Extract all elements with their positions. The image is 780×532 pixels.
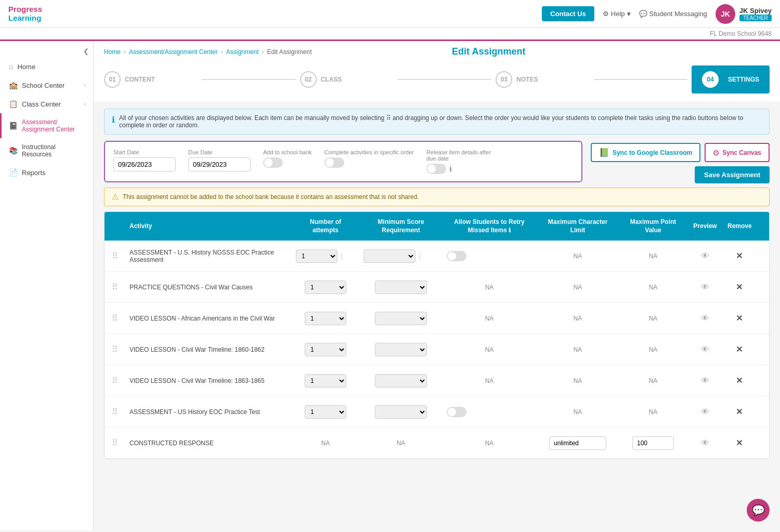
settings-panel: Start Date Due Date Add to school bank C… (104, 141, 582, 182)
drag-handle-4[interactable]: ⠿ (105, 339, 125, 360)
remove-4[interactable]: ✕ (723, 339, 755, 360)
th-point-value: Maximum Point Value (619, 212, 687, 241)
eye-icon-2: 👁 (701, 283, 709, 291)
drag-handle-2[interactable]: ⠿ (105, 277, 125, 297)
min-score-select-1[interactable] (363, 249, 415, 263)
canvas-icon: ⊙ (713, 149, 719, 157)
remove-btn-1[interactable]: ✕ (736, 251, 743, 260)
preview-3[interactable]: 👁 (687, 309, 723, 328)
student-messaging-link[interactable]: 💬 Student Messaging (639, 10, 707, 18)
drag-handle-1[interactable]: ⠿ (105, 246, 125, 266)
layout: ❮ ⌂ Home 🏫 School Center › 📋 Class Cente… (0, 41, 780, 530)
breadcrumb-home[interactable]: Home (104, 48, 121, 56)
min-score-select-4[interactable] (375, 343, 427, 356)
release-info-icon: ℹ (449, 165, 452, 173)
attempts-select-5[interactable]: 1 (305, 374, 346, 388)
remove-7[interactable]: ✕ (723, 433, 755, 453)
sidebar-resources-label: Instructional Resources (22, 143, 86, 158)
release-details-toggle[interactable] (426, 164, 446, 174)
options-icon-1: ⋮ (339, 252, 345, 260)
complete-order-toggle[interactable] (324, 157, 344, 168)
home-icon: ⌂ (9, 62, 13, 71)
remove-btn-3[interactable]: ✕ (736, 314, 743, 323)
contact-us-button[interactable]: Contact Us (542, 6, 594, 21)
attempts-select-4[interactable]: 1 (305, 343, 346, 356)
sidebar-item-class-center[interactable]: 📋 Class Center › (0, 95, 93, 113)
min-score-select-3[interactable] (375, 312, 427, 325)
preview-7[interactable]: 👁 (687, 433, 723, 453)
school-icon: 🏫 (9, 81, 18, 89)
remove-btn-5[interactable]: ✕ (736, 376, 743, 385)
breadcrumb-assignment[interactable]: Assignment (226, 48, 259, 56)
drag-handle-7[interactable]: ⠿ (105, 433, 125, 453)
char-limit-input-7[interactable] (549, 436, 606, 450)
remove-3[interactable]: ✕ (723, 308, 755, 328)
sync-canvas-button[interactable]: ⊙ Sync Canvas (705, 143, 770, 162)
save-assignment-button[interactable]: Save Assignment (695, 166, 770, 183)
remove-btn-4[interactable]: ✕ (736, 345, 743, 354)
retry-toggle-switch-6[interactable] (447, 407, 466, 417)
sidebar-item-assessment-center[interactable]: 📓 Assessment/Assignment Center (0, 113, 93, 138)
drag-icon-6: ⠿ (112, 407, 118, 416)
chat-bubble[interactable]: 💬 (747, 499, 770, 522)
step-line-3 (594, 79, 687, 80)
chat-icon: 💬 (752, 504, 765, 516)
sidebar-item-instructional-resources[interactable]: 📚 Instructional Resources (0, 138, 93, 163)
messaging-icon: 💬 (639, 10, 647, 18)
activity-name-7: CONSTRUCTED RESPONSE (125, 434, 292, 452)
min-score-2 (359, 275, 443, 299)
char-limit-7 (536, 431, 619, 455)
remove-btn-6[interactable]: ✕ (736, 407, 743, 416)
min-score-select-5[interactable] (375, 374, 427, 388)
sidebar-item-school-center[interactable]: 🏫 School Center › (0, 76, 93, 95)
step-content[interactable]: 01 CONTENT (104, 71, 198, 88)
preview-5[interactable]: 👁 (687, 371, 723, 391)
activities-table: Activity Number ofattempts Minimum Score… (104, 211, 770, 459)
min-score-6 (359, 400, 443, 424)
drag-handle-6[interactable]: ⠿ (105, 402, 125, 422)
remove-6[interactable]: ✕ (723, 402, 755, 422)
sync-google-classroom-button[interactable]: 📗 Sync to Google Classroom (591, 143, 700, 162)
sidebar-item-home[interactable]: ⌂ Home (0, 57, 93, 76)
attempts-select-6[interactable]: 1 (305, 405, 346, 419)
remove-1[interactable]: ✕ (723, 246, 755, 266)
sidebar-item-reports[interactable]: 📄 Reports (0, 163, 93, 182)
preview-4[interactable]: 👁 (687, 340, 723, 360)
table-row: ⠿ CONSTRUCTED RESPONSE NA NA NA 👁 ✕ (105, 428, 769, 459)
attempts-select-3[interactable]: 1 (305, 312, 346, 325)
drag-handle-3[interactable]: ⠿ (105, 308, 125, 328)
step-3-circle: 03 (496, 71, 512, 88)
table-row: ⠿ ASSESSMENT - US History EOC Practice T… (105, 396, 769, 428)
preview-2[interactable]: 👁 (687, 277, 723, 297)
due-date-input[interactable] (188, 157, 251, 171)
min-score-select-2[interactable] (375, 281, 427, 294)
sidebar-collapse-button[interactable]: ❮ (0, 45, 93, 57)
remove-5[interactable]: ✕ (723, 370, 755, 391)
remove-btn-7[interactable]: ✕ (736, 438, 743, 447)
attempts-select-2[interactable]: 123 (305, 281, 346, 294)
retry-toggle-6[interactable] (443, 402, 536, 422)
school-bank-toggle[interactable] (263, 157, 283, 168)
min-score-select-6[interactable] (375, 405, 427, 419)
options-icon-1b: ⋮ (417, 252, 423, 260)
retry-toggle-7: NA (443, 434, 536, 452)
start-date-input[interactable] (113, 157, 176, 171)
help-link[interactable]: ⚙ Help ▾ (603, 10, 631, 18)
step-settings[interactable]: 04 SETTINGS (692, 65, 770, 94)
drag-icon-4: ⠿ (112, 345, 118, 354)
preview-6[interactable]: 👁 (687, 402, 723, 422)
sidebar-home-label: Home (17, 63, 35, 71)
step-class[interactable]: 02 CLASS (300, 71, 394, 88)
step-notes[interactable]: 03 NOTES (496, 71, 589, 88)
breadcrumb-assignment-center[interactable]: Assessment/Assignment Center (129, 48, 218, 56)
remove-2[interactable]: ✕ (723, 277, 755, 297)
attempts-select-1[interactable]: 123 (296, 249, 337, 263)
step-2-label: CLASS (321, 76, 342, 83)
point-value-input-7[interactable] (632, 436, 674, 450)
retry-toggle-1[interactable] (443, 246, 536, 267)
preview-1[interactable]: 👁 (687, 246, 723, 266)
drag-handle-5[interactable]: ⠿ (105, 370, 125, 391)
retry-toggle-switch-1[interactable] (447, 251, 466, 261)
th-preview: Preview (687, 216, 723, 237)
remove-btn-2[interactable]: ✕ (736, 283, 743, 291)
